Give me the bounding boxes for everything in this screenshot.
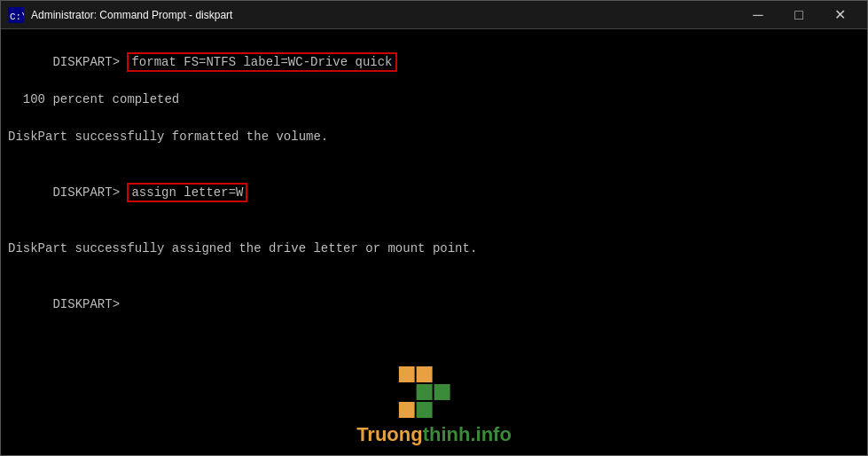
- prompt-1: DISKPART>: [52, 55, 127, 69]
- watermark: Truongthinh.info: [356, 366, 512, 446]
- svg-rect-6: [399, 402, 415, 418]
- command-2: assign letter=W: [127, 183, 247, 202]
- command-1: format FS=NTFS label=WC-Drive quick: [127, 52, 396, 72]
- terminal-line-8: DiskPart successfully assigned the drive…: [8, 240, 860, 258]
- svg-rect-5: [434, 384, 450, 400]
- close-button[interactable]: ✕: [819, 1, 860, 29]
- titlebar: C:\ Administrator: Command Prompt - disk…: [1, 1, 867, 29]
- window-controls: ─ □ ✕: [738, 1, 860, 29]
- terminal-line-1: DISKPART> format FS=NTFS label=WC-Drive …: [8, 35, 860, 90]
- watermark-logo: [399, 366, 470, 420]
- watermark-text-truo: Truong: [356, 423, 423, 445]
- prompt-3: DISKPART>: [52, 297, 120, 311]
- window: C:\ Administrator: Command Prompt - disk…: [0, 0, 868, 456]
- svg-rect-2: [399, 366, 415, 382]
- terminal-line-4: DiskPart successfully formatted the volu…: [8, 128, 860, 146]
- terminal-line-2: 100 percent completed: [8, 90, 860, 109]
- cmd-icon: C:\: [8, 7, 24, 23]
- terminal-body[interactable]: DISKPART> format FS=NTFS label=WC-Drive …: [1, 29, 867, 455]
- svg-rect-4: [417, 384, 433, 400]
- window-title: Administrator: Command Prompt - diskpart: [31, 9, 738, 21]
- svg-rect-7: [417, 402, 433, 418]
- terminal-line-9: [8, 258, 860, 277]
- prompt-2: DISKPART>: [52, 185, 127, 200]
- svg-rect-3: [417, 366, 433, 382]
- terminal-line-3: [8, 109, 860, 128]
- terminal-line-7: [8, 221, 860, 240]
- maximize-button[interactable]: □: [778, 1, 819, 29]
- terminal-line-6: DISKPART> assign letter=W: [8, 165, 860, 221]
- watermark-text: Truongthinh.info: [356, 423, 512, 446]
- terminal-line-5: [8, 146, 860, 165]
- minimize-button[interactable]: ─: [738, 1, 778, 29]
- svg-text:C:\: C:\: [10, 12, 24, 22]
- terminal-line-10: DISKPART>: [8, 277, 860, 333]
- watermark-text-thinh: thinh: [423, 423, 471, 445]
- watermark-text-dotinfo: .info: [470, 423, 511, 445]
